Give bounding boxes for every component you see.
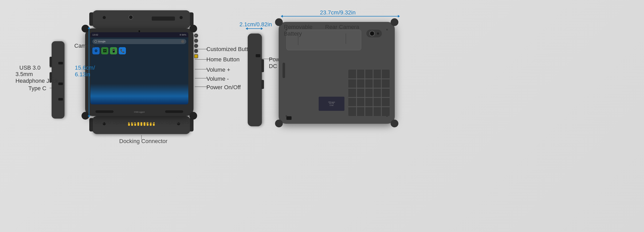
docking-connector-label: Docking Connector	[119, 138, 167, 145]
dim-depth-label: 2.1cm/0.82in	[239, 21, 272, 28]
speaker-right	[165, 110, 183, 113]
customized-button-label: Customized Button	[206, 46, 254, 53]
dim-width-line	[282, 16, 398, 16]
rear-camera-label: Rear Camera	[325, 24, 359, 30]
typec-label: Type C	[28, 85, 46, 92]
page: Docking Connector USB 3.0 3.5mmHeadphone…	[0, 0, 644, 232]
tablet-screen: 13:02 8 94% Google ⚙ 🖼 📱 📞	[90, 32, 188, 104]
power-onoff-label: Power On/Off	[206, 84, 241, 91]
brand-logo: ONErugged	[134, 111, 144, 113]
usb3-label: USB 3.0	[19, 64, 41, 71]
right-side-view	[248, 34, 262, 126]
back-speaker	[283, 63, 285, 78]
stereo-speakers-left-label: Stereo Speakers	[94, 119, 136, 125]
dim-height-label: 15.6cm/6.13in	[75, 64, 95, 78]
back-label-sticker: ONEruggedFCC CEIC N/A	[319, 97, 344, 111]
dim-width-label: 23.7cm/9.32in	[320, 9, 356, 16]
side-buttons: F ○ + -	[194, 34, 198, 58]
stereo-speakers-right-label: Stereo Speakers	[147, 119, 189, 125]
back-pattern	[348, 70, 390, 116]
volume-minus-label: Volume -	[206, 76, 229, 82]
back-camera	[366, 30, 382, 37]
speaker-left	[95, 110, 114, 113]
back-port	[286, 116, 292, 120]
back-view: ONEruggedFCC CEIC N/A	[279, 22, 395, 124]
main-tablet-front: 13:02 8 94% Google ⚙ 🖼 📱 📞 ONErugg	[85, 28, 194, 116]
dim-depth-h	[247, 28, 261, 29]
volume-plus-label: Volume +	[206, 67, 230, 73]
camera-label: Camera	[74, 43, 94, 49]
svg-rect-0	[348, 70, 390, 116]
home-button-label: Home Button	[206, 56, 239, 63]
top-view	[92, 10, 190, 28]
